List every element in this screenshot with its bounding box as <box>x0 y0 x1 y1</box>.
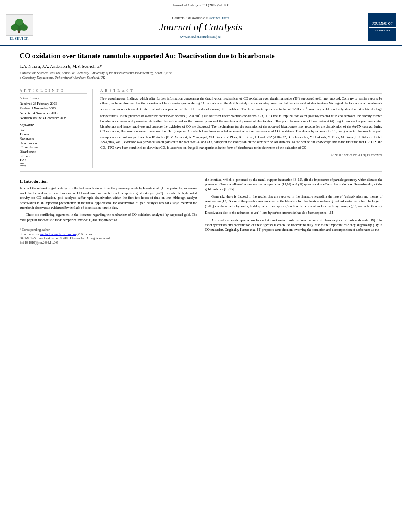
affiliation-a: a Molecular Sciences Institute, School o… <box>20 71 382 76</box>
available-online-date: Available online 4 December 2008 <box>20 116 87 120</box>
keyword-deactivation: Deactivation <box>20 141 87 145</box>
abstract-paragraph: New experimental findings, which offer f… <box>100 96 382 151</box>
email-label: E-mail address: <box>20 232 40 236</box>
affiliations: a Molecular Sciences Institute, School o… <box>20 71 382 80</box>
svg-point-4 <box>20 24 28 31</box>
article-info-header: A R T I C L E I N F O <box>20 89 87 94</box>
accepted-date: Accepted 4 November 2008 <box>20 111 87 115</box>
revised-date: Revised 3 November 2008 <box>20 106 87 110</box>
main-content: CO oxidation over titanate nanotube supp… <box>0 46 402 251</box>
banner-center: Contents lists available at ScienceDirec… <box>39 9 363 45</box>
authors-line: T.A. Ntho a, J.A. Anderson b, M.S. Scurr… <box>20 64 382 69</box>
doi-note: doi:10.1016/j.jcat.2008.11.009 <box>20 241 197 245</box>
intro-para3: the interface, which is governed by the … <box>205 177 382 192</box>
journal-banner: ELSEVIER Contents lists available at Sci… <box>0 9 402 46</box>
keyword-co-oxidation: CO oxidation <box>20 145 87 149</box>
footnotes: * Corresponding author. E-mail address: … <box>20 226 197 245</box>
keyword-nanotubes: Nanotubes <box>20 137 87 141</box>
journal-logo-box: JOURNAL OF CATALYSIS <box>368 13 396 41</box>
journal-logo-area: JOURNAL OF CATALYSIS <box>363 9 402 45</box>
journal-header: Journal of Catalysis 261 (2009) 94–100 <box>0 0 402 9</box>
section1-title: 1. Introduction <box>20 179 197 184</box>
elsevier-logo: ELSEVIER <box>6 14 33 41</box>
intro-body-left: Much of the interest in gold catalysis i… <box>20 186 197 222</box>
article-info-col: A R T I C L E I N F O Article history: R… <box>20 89 93 168</box>
elsevier-logo-image <box>6 14 33 36</box>
intro-para5: Adsorbed carbonate species are formed at… <box>205 218 382 232</box>
keywords-label: Keywords: <box>20 123 87 127</box>
intro-para1: Much of the interest in gold catalysis i… <box>20 186 197 210</box>
contents-label: Contents lists available at <box>172 16 208 20</box>
intro-para4: Generally, there is discord in the resul… <box>205 194 382 215</box>
abstract-text: New experimental findings, which offer f… <box>100 96 382 151</box>
journal-title: Journal of Catalysis <box>159 21 242 33</box>
abstract-header: A B S T R A C T <box>100 89 382 94</box>
keyword-bicarbonate: Bicarbonate <box>20 150 87 154</box>
page: Journal of Catalysis 261 (2009) 94–100 <box>0 0 402 532</box>
email-person: (M.S. Scurrell). <box>76 232 96 236</box>
keyword-infrared: Infrared <box>20 154 87 158</box>
email-link[interactable]: michael.scurrell@wits.ac.za <box>40 232 76 236</box>
journal-url[interactable]: www.elsevier.com/locate/jcat <box>180 35 221 39</box>
abstract-col: A B S T R A C T New experimental finding… <box>100 89 382 168</box>
authors-text: T.A. Ntho a, J.A. Anderson b, M.S. Scurr… <box>20 64 102 69</box>
intro-col-right: the interface, which is governed by the … <box>205 177 382 245</box>
history-label: Article history: <box>20 96 87 100</box>
contents-available-line: Contents lists available at ScienceDirec… <box>172 16 229 20</box>
keyword-titania: Titania <box>20 132 87 136</box>
journal-ref: Journal of Catalysis 261 (2009) 94–100 <box>173 3 229 7</box>
keyword-tpd: TPD <box>20 158 87 162</box>
keyword-gold: Gold <box>20 128 87 132</box>
elsevier-tree-icon <box>6 15 33 35</box>
received-date: Received 24 February 2008 <box>20 102 87 106</box>
elsevier-logo-area: ELSEVIER <box>0 9 39 45</box>
keywords-section: Keywords: Gold Titania Nanotubes Deactiv… <box>20 123 87 168</box>
intro-para2: There are conflicting arguments in the l… <box>20 212 197 222</box>
journal-logo-line2: CATALYSIS <box>375 29 390 33</box>
sciencedirect-link[interactable]: ScienceDirect <box>209 16 229 20</box>
corresponding-author-note: * Corresponding author. <box>20 228 197 232</box>
journal-logo-line1: JOURNAL OF <box>369 22 396 28</box>
email-note: E-mail address: michael.scurrell@wits.ac… <box>20 232 197 236</box>
article-title: CO oxidation over titanate nanotube supp… <box>20 52 382 61</box>
svg-point-5 <box>15 19 23 26</box>
issn-note: 0021-9517/$ – see front matter © 2008 El… <box>20 237 197 240</box>
section1-number: 1. <box>20 179 23 184</box>
svg-point-3 <box>11 24 18 31</box>
intro-body-right: the interface, which is governed by the … <box>205 177 382 232</box>
introduction-section: 1. Introduction Much of the interest in … <box>20 177 382 245</box>
keyword-co2: CO2 <box>20 163 87 168</box>
affiliation-b: b Chemistry Department, University of Ab… <box>20 76 382 80</box>
elsevier-wordmark: ELSEVIER <box>10 37 29 41</box>
intro-col-left: 1. Introduction Much of the interest in … <box>20 177 197 245</box>
copyright-line: © 2008 Elsevier Inc. All rights reserved… <box>100 153 382 157</box>
section1-heading: Introduction <box>24 179 48 184</box>
article-info-abstract: A R T I C L E I N F O Article history: R… <box>20 85 382 172</box>
